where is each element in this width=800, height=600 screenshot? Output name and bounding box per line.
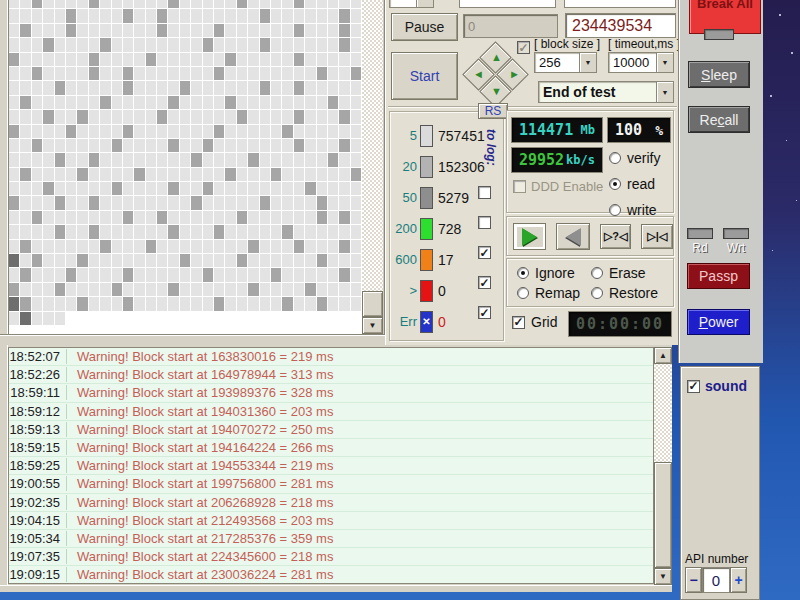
map-cell[interactable] [305, 24, 315, 37]
map-cell[interactable] [123, 240, 133, 253]
map-cell[interactable] [168, 125, 178, 138]
map-cell[interactable] [100, 254, 110, 267]
map-cell[interactable] [339, 96, 349, 109]
map-cell[interactable] [32, 9, 42, 22]
map-cell[interactable] [66, 283, 76, 296]
map-cell[interactable] [191, 9, 201, 22]
map-cell[interactable] [248, 38, 258, 51]
map-cell[interactable] [20, 254, 30, 267]
map-cell[interactable] [112, 38, 122, 51]
map-cell[interactable] [203, 81, 213, 94]
map-cell[interactable] [9, 182, 19, 195]
map-cell[interactable] [112, 110, 122, 123]
map-cell[interactable] [112, 254, 122, 267]
map-cell[interactable] [20, 240, 30, 253]
map-cell[interactable] [305, 283, 315, 296]
map-cell[interactable] [168, 9, 178, 22]
map-cell[interactable] [123, 67, 133, 80]
map-cell[interactable] [294, 53, 304, 66]
map-cell[interactable] [66, 211, 76, 224]
map-cell[interactable] [294, 196, 304, 209]
partial-combo-top[interactable]: ▼ [389, 0, 434, 8]
map-cell[interactable] [20, 196, 30, 209]
map-cell[interactable] [112, 182, 122, 195]
map-cell[interactable] [20, 283, 30, 296]
map-cell[interactable] [339, 24, 349, 37]
map-cell[interactable] [66, 67, 76, 80]
map-cell[interactable] [112, 0, 122, 8]
map-cell[interactable] [100, 38, 110, 51]
map-cell[interactable] [191, 139, 201, 152]
map-cell[interactable] [191, 38, 201, 51]
map-cell[interactable] [260, 211, 270, 224]
map-cell[interactable] [168, 240, 178, 253]
map-cell[interactable] [294, 0, 304, 8]
map-cell[interactable] [66, 254, 76, 267]
map-cell[interactable] [89, 53, 99, 66]
map-cell[interactable] [77, 211, 87, 224]
map-cell[interactable] [100, 182, 110, 195]
map-cell[interactable] [237, 96, 247, 109]
map-cell[interactable] [89, 153, 99, 166]
map-cell[interactable] [260, 225, 270, 238]
map-cell[interactable] [214, 24, 224, 37]
map-cell[interactable] [43, 268, 53, 281]
map-cell[interactable] [89, 81, 99, 94]
chevron-down-icon[interactable]: ▼ [656, 53, 673, 72]
map-cell[interactable] [271, 81, 281, 94]
map-cell[interactable] [32, 81, 42, 94]
map-cell[interactable] [43, 297, 53, 310]
map-cell[interactable] [339, 168, 349, 181]
map-cell[interactable] [134, 153, 144, 166]
map-cell[interactable] [134, 182, 144, 195]
map-cell[interactable] [43, 139, 53, 152]
map-cell[interactable] [339, 67, 349, 80]
map-cell[interactable] [20, 9, 30, 22]
chevron-down-icon[interactable]: ▼ [579, 53, 596, 72]
map-cell[interactable] [168, 110, 178, 123]
map-cell[interactable] [203, 240, 213, 253]
map-cell[interactable] [282, 38, 292, 51]
map-cell[interactable] [203, 211, 213, 224]
map-cell[interactable] [66, 125, 76, 138]
map-cell[interactable] [203, 125, 213, 138]
map-cell[interactable] [100, 268, 110, 281]
map-cell[interactable] [168, 24, 178, 37]
map-cell[interactable] [248, 254, 258, 267]
map-cell[interactable] [168, 153, 178, 166]
scan-skip-button[interactable]: ▷|◁ [641, 224, 673, 249]
map-cell[interactable] [9, 240, 19, 253]
map-cell[interactable] [20, 297, 30, 310]
map-scrollbar[interactable]: ▼ [362, 0, 383, 334]
map-cell[interactable] [146, 297, 156, 310]
map-cell[interactable] [9, 168, 19, 181]
map-cell[interactable] [9, 268, 19, 281]
map-cell[interactable] [43, 225, 53, 238]
map-cell[interactable] [225, 225, 235, 238]
map-cell[interactable] [77, 297, 87, 310]
map-cell[interactable] [305, 182, 315, 195]
map-cell[interactable] [180, 110, 190, 123]
map-cell[interactable] [214, 139, 224, 152]
map-cell[interactable] [20, 38, 30, 51]
map-cell[interactable] [146, 139, 156, 152]
map-cell[interactable] [20, 24, 30, 37]
map-cell[interactable] [9, 110, 19, 123]
map-cell[interactable] [282, 153, 292, 166]
map-cell[interactable] [328, 168, 338, 181]
map-cell[interactable] [32, 0, 42, 8]
log-list[interactable]: 18:52:07Warning! Block start at 16383001… [8, 347, 654, 584]
map-cell[interactable] [237, 24, 247, 37]
map-cell[interactable] [134, 225, 144, 238]
map-cell[interactable] [351, 9, 361, 22]
map-cell[interactable] [317, 96, 327, 109]
map-cell[interactable] [260, 254, 270, 267]
map-cell[interactable] [32, 225, 42, 238]
map-cell[interactable] [32, 268, 42, 281]
map-cell[interactable] [282, 110, 292, 123]
map-cell[interactable] [180, 168, 190, 181]
map-cell[interactable] [237, 9, 247, 22]
map-cell[interactable] [112, 211, 122, 224]
map-cell[interactable] [191, 268, 201, 281]
log-row[interactable]: 18:59:15Warning! Block start at 19416422… [9, 439, 653, 457]
